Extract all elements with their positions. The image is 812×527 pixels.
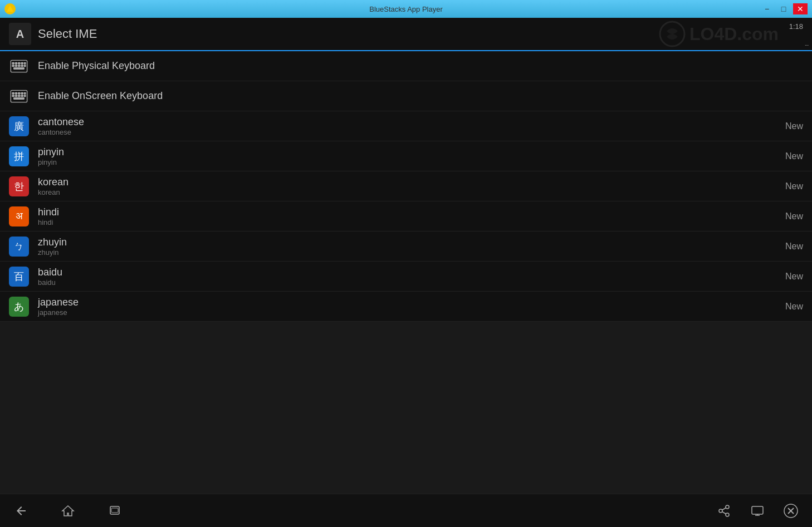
ime-subtitle-pinyin: pinyin xyxy=(38,158,64,166)
svg-rect-11 xyxy=(18,65,20,67)
onscreen-keyboard-label: Enable OnScreen Keyboard xyxy=(38,90,163,102)
svg-rect-23 xyxy=(18,95,20,97)
ime-badge-baidu: New xyxy=(785,272,803,282)
ime-item-zhuyin[interactable]: ㄅ zhuyin zhuyin New xyxy=(0,232,812,262)
svg-rect-26 xyxy=(14,97,25,99)
back-button[interactable] xyxy=(11,501,31,521)
svg-rect-16 xyxy=(12,92,14,94)
ime-icon-pinyin: 拼 xyxy=(9,146,29,166)
minimize-button[interactable]: − xyxy=(760,3,774,14)
ime-icon-baidu: 百 xyxy=(9,267,29,287)
svg-rect-17 xyxy=(15,92,17,94)
svg-rect-7 xyxy=(21,62,23,64)
ime-name-cantonese: cantonese xyxy=(38,116,84,128)
physical-keyboard-text: Enable Physical Keyboard xyxy=(38,60,155,72)
svg-marker-0 xyxy=(7,6,13,12)
ime-text-hindi: hindi hindi xyxy=(38,206,59,226)
home-button[interactable] xyxy=(58,501,78,521)
nav-close-button[interactable] xyxy=(781,501,801,521)
ime-name-baidu: baidu xyxy=(38,267,62,278)
svg-rect-20 xyxy=(24,92,26,94)
ime-item-cantonese[interactable]: 廣 cantonese cantonese New xyxy=(0,111,812,141)
nav-bar xyxy=(0,494,812,527)
ime-text-korean: korean korean xyxy=(38,176,69,196)
svg-point-29 xyxy=(726,505,729,509)
ime-subtitle-hindi: hindi xyxy=(38,218,59,226)
svg-rect-6 xyxy=(18,62,20,64)
ime-item-japanese[interactable]: あ japanese japanese New xyxy=(0,292,812,322)
svg-rect-10 xyxy=(15,65,17,67)
svg-rect-22 xyxy=(15,95,17,97)
svg-line-33 xyxy=(722,508,726,510)
ime-name-hindi: hindi xyxy=(38,206,59,218)
ime-subtitle-japanese: japanese xyxy=(38,308,79,317)
ime-subtitle-cantonese: cantonese xyxy=(38,128,84,136)
display-button[interactable] xyxy=(747,501,767,521)
ime-badge-zhuyin: New xyxy=(785,242,803,252)
ime-icon-korean: 한 xyxy=(9,176,29,196)
page-title: Select IME xyxy=(38,27,97,41)
svg-rect-9 xyxy=(12,65,14,67)
ime-icon-zhuyin: ㄅ xyxy=(9,237,29,257)
svg-rect-8 xyxy=(24,62,26,64)
ime-badge-korean: New xyxy=(785,181,803,191)
ime-subtitle-korean: korean xyxy=(38,188,69,196)
ime-badge-pinyin: New xyxy=(785,151,803,161)
watermark-text: LO4D.com xyxy=(689,24,779,45)
ime-text-baidu: baidu baidu xyxy=(38,267,62,287)
ime-icon-hindi: अ xyxy=(9,206,29,226)
svg-rect-25 xyxy=(24,95,26,97)
onscreen-keyboard-text: Enable OnScreen Keyboard xyxy=(38,90,163,102)
svg-point-31 xyxy=(726,513,729,516)
physical-keyboard-label: Enable Physical Keyboard xyxy=(38,60,155,72)
ime-text-zhuyin: zhuyin zhuyin xyxy=(38,237,67,257)
maximize-button[interactable]: □ xyxy=(776,3,791,14)
ime-name-japanese: japanese xyxy=(38,297,79,308)
svg-rect-12 xyxy=(21,65,23,67)
ime-item-hindi[interactable]: अ hindi hindi New xyxy=(0,201,812,232)
svg-line-32 xyxy=(722,511,726,514)
svg-rect-5 xyxy=(15,62,17,64)
keyboard-icon xyxy=(9,56,29,76)
window-title: BlueStacks App Player xyxy=(369,5,443,13)
ime-item-baidu[interactable]: 百 baidu baidu New xyxy=(0,262,812,292)
ime-item-korean[interactable]: 한 korean korean New xyxy=(0,171,812,201)
enable-onscreen-keyboard-item[interactable]: Enable OnScreen Keyboard xyxy=(0,81,812,111)
ime-badge-japanese: New xyxy=(785,302,803,312)
svg-rect-21 xyxy=(12,95,14,97)
onscreen-keyboard-icon xyxy=(9,86,29,106)
app-icon xyxy=(4,3,16,14)
ime-icon-japanese: あ xyxy=(9,297,29,317)
header-icon: A ... xyxy=(9,23,31,45)
ime-list: 廣 cantonese cantonese New 拼 pinyin pinyi… xyxy=(0,111,812,322)
ime-name-pinyin: pinyin xyxy=(38,146,64,158)
nav-right xyxy=(714,501,801,521)
close-button[interactable]: ✕ xyxy=(793,3,808,14)
ime-item-pinyin[interactable]: 拼 pinyin pinyin New xyxy=(0,141,812,171)
nav-left xyxy=(11,501,125,521)
svg-rect-19 xyxy=(21,92,23,94)
ime-badge-cantonese: New xyxy=(785,121,803,131)
svg-rect-24 xyxy=(21,95,23,97)
main-content: A ... Select IME 1:18 LO4D.com LO4D.com xyxy=(0,18,812,527)
ime-name-korean: korean xyxy=(38,176,69,188)
svg-point-30 xyxy=(719,509,722,513)
header-watermark: LO4D.com xyxy=(658,20,779,48)
ime-subtitle-baidu: baidu xyxy=(38,278,62,287)
recents-button[interactable] xyxy=(105,501,125,521)
enable-physical-keyboard-item[interactable]: Enable Physical Keyboard xyxy=(0,51,812,81)
ime-icon-cantonese: 廣 xyxy=(9,116,29,136)
share-button[interactable] xyxy=(714,501,734,521)
time-display: 1:18 xyxy=(789,22,803,31)
ime-text-cantonese: cantonese cantonese xyxy=(38,116,84,136)
ime-text-pinyin: pinyin pinyin xyxy=(38,146,64,166)
svg-rect-34 xyxy=(752,506,763,514)
svg-rect-28 xyxy=(111,508,118,513)
title-controls: − □ ✕ xyxy=(760,3,808,14)
ime-badge-hindi: New xyxy=(785,211,803,221)
ime-subtitle-zhuyin: zhuyin xyxy=(38,248,67,257)
svg-rect-18 xyxy=(18,92,20,94)
ime-name-zhuyin: zhuyin xyxy=(38,237,67,248)
svg-rect-14 xyxy=(14,67,25,69)
ime-text-japanese: japanese japanese xyxy=(38,297,79,317)
